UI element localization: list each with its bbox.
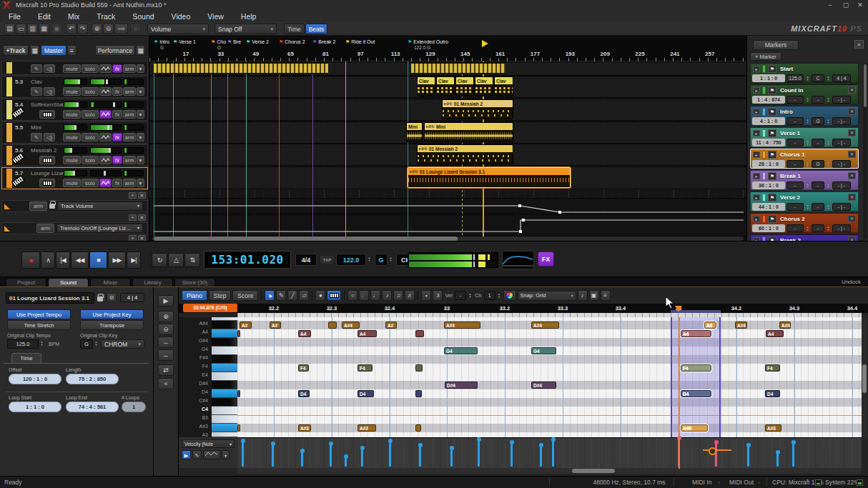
velocity-stem[interactable]	[540, 445, 542, 467]
solo-button[interactable]: solo	[82, 179, 99, 187]
marker-expand-icon[interactable]: ▸	[753, 194, 760, 201]
pencil-icon[interactable]: ✎	[31, 64, 42, 73]
midi-note-a4[interactable]: A4	[298, 330, 311, 337]
menu-help[interactable]: Help	[232, 12, 265, 21]
time-mode-button[interactable]: Time	[284, 24, 305, 34]
piano-key-a3[interactable]: A3	[179, 432, 237, 437]
track-chevron-icon[interactable]: ▾	[137, 87, 144, 96]
clip-stripe[interactable]	[154, 62, 328, 74]
key-surface[interactable]	[212, 329, 237, 338]
new-project-icon[interactable]: ▤	[4, 24, 15, 34]
velocity-stem[interactable]	[715, 442, 717, 467]
lock-icon[interactable]	[49, 204, 55, 209]
marker-tempo-spinner[interactable]: ▲▼	[805, 139, 810, 146]
velocity-stem[interactable]	[272, 444, 274, 467]
orig-key-spinner[interactable]: ▲▼	[94, 339, 99, 347]
automation-param-dropdown[interactable]: Tremolo On/Off [Lounge Liz...▾	[56, 224, 143, 233]
menu-edit[interactable]: Edit	[29, 12, 59, 21]
marker-expand-icon[interactable]: ▸	[753, 109, 760, 115]
arrange-marker-flag[interactable]: ⚑ Break 2	[312, 39, 335, 45]
automation-icon[interactable]	[99, 110, 112, 119]
midi-note-f4[interactable]: F4	[357, 364, 373, 372]
automation-icon[interactable]	[99, 179, 112, 187]
midi-note[interactable]	[237, 424, 240, 432]
speaker-icon[interactable]: ◁)	[44, 133, 55, 141]
arm-button[interactable]: arm	[123, 133, 136, 141]
note-dot-button[interactable]: ●	[315, 290, 325, 301]
pan-handle[interactable]	[73, 171, 75, 176]
arrange-marker-flag[interactable]: ⚑ IntroG	[154, 39, 169, 45]
dotted-note-button[interactable]: •	[421, 290, 431, 301]
midi-note-ds4[interactable]: D#4	[531, 382, 556, 389]
zoom-sel-button[interactable]: ↔	[158, 349, 174, 361]
velocity-stem[interactable]	[301, 451, 303, 467]
tab-store-30-[interactable]: Store (30)	[174, 278, 215, 287]
piano-key-b3[interactable]: B3	[179, 415, 237, 424]
channel-spinner[interactable]: ▲▼	[497, 292, 502, 299]
note-thirtysecond-button[interactable]: ♬	[405, 290, 415, 301]
marker-tempo-field[interactable]: -	[786, 139, 804, 146]
lane-add-remove-buttons[interactable]: +✕	[129, 214, 146, 221]
marker-flag-icon[interactable]: ⚑	[768, 151, 776, 159]
midi-note[interactable]	[415, 364, 423, 372]
marker-card-break-1[interactable]: ▸⚑Break 1✕36 : 1 : 0-▲▼-▲▼- | -	[750, 170, 859, 190]
volume-meter[interactable]	[90, 147, 122, 154]
lane-add-icon[interactable]: +	[129, 214, 137, 221]
marker-key-field[interactable]: -	[812, 224, 824, 232]
punch-io-button[interactable]: ⇅	[184, 253, 200, 267]
marker-card-break-2[interactable]: ▸⚑Break 2✕▲▼▲▼	[750, 234, 859, 241]
beats-mode-button[interactable]: Beats	[305, 24, 327, 34]
metronome-button[interactable]: △	[168, 253, 184, 267]
midi-note-g4[interactable]: G4	[444, 347, 478, 354]
midi-note-f4[interactable]: F4	[681, 364, 711, 372]
zoom-in-icon[interactable]: ⊕	[92, 24, 102, 34]
zoom-out-button[interactable]: ⊖	[158, 324, 174, 335]
marker-meter-field[interactable]: - | -	[832, 96, 851, 104]
automation-lane[interactable]	[149, 198, 746, 214]
menu-mix[interactable]: Mix	[59, 12, 88, 21]
piano-vscrollbar[interactable]	[862, 317, 867, 437]
fx-button[interactable]: fx	[112, 133, 122, 141]
track-row-5.5[interactable]: 5.5Mini✎◁)mutesolofxarm▾	[1, 121, 148, 144]
note-quarter-button[interactable]: ♩	[370, 290, 380, 301]
marker-tempo-spinner[interactable]: ▲▼	[805, 203, 810, 211]
stop-button[interactable]: ■	[89, 252, 107, 269]
mute-button[interactable]: mute	[63, 179, 81, 187]
marker-key-spinner[interactable]: ▲▼	[826, 181, 831, 189]
midi-note[interactable]	[415, 390, 422, 397]
arm-button[interactable]: arm	[123, 110, 136, 119]
end-marker-flag[interactable]	[482, 40, 488, 47]
track-row[interactable]: ✎◁)mutesolofxarm▾	[1, 61, 148, 75]
go-to-start-button[interactable]: |◀	[56, 252, 70, 269]
marker-time-field[interactable]: 4 : 1 : 0	[752, 117, 785, 125]
num-loops-field[interactable]: 1	[122, 402, 146, 412]
tap-tempo-button[interactable]: TAP	[320, 256, 334, 264]
performance-button[interactable]: Performance	[95, 45, 135, 56]
track-chevron-icon[interactable]: ▾	[137, 64, 144, 73]
speaker-icon[interactable]: ◁)	[44, 64, 55, 73]
record-button[interactable]: ●	[21, 252, 40, 269]
save-icon[interactable]: ▦	[39, 24, 49, 34]
clip-mini[interactable]: ▸⊘↻Mini	[424, 122, 513, 142]
loop-end-field[interactable]: 74 : 4 : 581	[66, 402, 119, 412]
lane-arm-button[interactable]: arm	[36, 224, 54, 233]
velocity-stem[interactable]	[776, 452, 779, 467]
solo-button[interactable]: solo	[82, 64, 99, 73]
marker-key-spinner[interactable]: ▲▼	[826, 224, 831, 232]
piano-key-a4[interactable]: A4	[179, 329, 237, 338]
midi-note-a4[interactable]: A4	[766, 330, 784, 337]
marker-tempo-spinner[interactable]: ▲▼	[805, 117, 810, 125]
clip-01-lounge-lizard-session-3-1[interactable]: ▸⊘↻01 Lounge Lizard Session 3.1	[408, 167, 571, 188]
automation-lane-header[interactable]: armTremolo On/Off [Lounge Liz...▾	[1, 222, 148, 234]
velocity-stem[interactable]	[511, 442, 513, 467]
midi-note-as3[interactable]: A#3	[357, 424, 376, 432]
marker-tempo-field[interactable]: -	[786, 160, 804, 168]
velocity-ramp-handle[interactable]	[703, 449, 731, 451]
note-half-button[interactable]: ♩	[359, 290, 369, 301]
track-chevron-icon[interactable]: ▾	[137, 110, 144, 119]
solo-button[interactable]: solo	[82, 87, 99, 96]
master-fx-button[interactable]: FX	[538, 252, 554, 267]
marker-card-count-in[interactable]: ▸⚑Count In✕1 : 4 : 874-▲▼-▲▼- | -	[750, 84, 859, 104]
marker-meter-field[interactable]: - | -	[832, 139, 851, 146]
piano-key-g#4[interactable]: G#4	[179, 338, 237, 347]
